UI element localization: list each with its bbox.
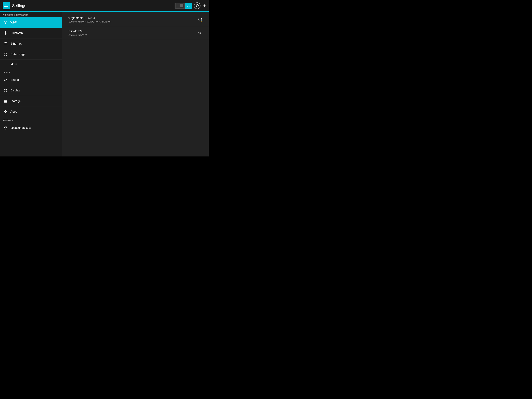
sidebar-item-more[interactable]: More... (0, 60, 62, 69)
sidebar-item-display[interactable]: Display (0, 85, 62, 96)
svg-rect-25 (4, 101, 7, 101)
section-device: DEVICE (0, 69, 62, 75)
svg-point-34 (200, 34, 200, 35)
sidebar-item-storage-label: Storage (10, 99, 21, 103)
page-title: Settings (12, 3, 175, 8)
sound-icon (3, 78, 8, 82)
ethernet-icon (3, 41, 8, 46)
section-wireless-networks: WIRELESS & NETWORKS (0, 12, 62, 17)
sidebar-item-sound-label: Sound (10, 78, 19, 82)
svg-rect-28 (6, 110, 7, 112)
sidebar-item-sound[interactable]: Sound (0, 75, 62, 85)
settings-app-icon (3, 2, 10, 9)
sidebar-item-more-label: More... (10, 63, 19, 66)
sidebar-item-apps-label: Apps (10, 110, 17, 114)
wifi-icon (3, 20, 8, 25)
svg-point-32 (200, 20, 200, 21)
wifi-security: Secured with WPA/WPA2 (WPS available) (69, 20, 197, 23)
svg-line-22 (6, 89, 6, 89)
section-personal: PERSONAL (0, 117, 62, 123)
main-layout: WIRELESS & NETWORKS Wi-Fi Blue (0, 12, 209, 157)
sidebar-item-wifi[interactable]: Wi-Fi (0, 17, 62, 28)
toggle-on-label: ON (185, 3, 192, 9)
wifi-network-item[interactable]: virginmedia3105004 Secured with WPA/WPA2… (62, 13, 209, 26)
header-actions: ON + (175, 2, 206, 9)
wifi-ssid: SKY47379 (69, 30, 197, 33)
sidebar-item-bluetooth-label: Bluetooth (10, 32, 23, 35)
wifi-network-list: virginmedia3105004 Secured with WPA/WPA2… (62, 12, 209, 41)
toggle-track (176, 3, 184, 8)
svg-text:🔒: 🔒 (201, 20, 202, 21)
svg-point-31 (5, 127, 6, 128)
sidebar-item-ethernet-label: Ethernet (10, 42, 21, 45)
sidebar-item-location-label: Location access (10, 126, 32, 130)
app-header: Settings ON + (0, 0, 209, 12)
refresh-button[interactable] (194, 2, 201, 9)
sidebar-item-storage[interactable]: Storage (0, 96, 62, 107)
svg-marker-14 (4, 79, 6, 81)
wifi-security: Secured with WPA (69, 34, 197, 36)
sidebar-item-data-usage-label: Data usage (10, 53, 25, 56)
svg-point-5 (5, 24, 6, 24)
sidebar-item-display-label: Display (10, 89, 20, 92)
bluetooth-icon (3, 31, 8, 35)
wifi-signal-icon: 🔒 (197, 18, 202, 21)
location-icon (3, 126, 8, 130)
wifi-ssid: virginmedia3105004 (69, 16, 197, 20)
storage-icon (3, 99, 8, 103)
svg-line-20 (4, 89, 5, 89)
content-area: virginmedia3105004 Secured with WPA/WPA2… (62, 12, 209, 157)
sidebar: WIRELESS & NETWORKS Wi-Fi Blue (0, 12, 62, 157)
wifi-network-info: SKY47379 Secured with WPA (69, 30, 197, 36)
sidebar-item-apps[interactable]: Apps (0, 107, 62, 117)
wifi-network-info: virginmedia3105004 Secured with WPA/WPA2… (69, 16, 197, 23)
wifi-signal-icon (197, 31, 202, 35)
svg-rect-30 (6, 112, 7, 113)
svg-rect-7 (4, 43, 7, 45)
sidebar-item-wifi-label: Wi-Fi (10, 21, 17, 24)
svg-rect-26 (4, 102, 7, 102)
svg-rect-24 (4, 100, 7, 101)
wifi-network-item[interactable]: SKY47379 Secured with WPA (62, 26, 209, 40)
apps-icon (3, 109, 8, 114)
svg-rect-29 (4, 112, 5, 113)
wifi-toggle[interactable]: ON (175, 3, 192, 9)
add-button[interactable]: + (203, 3, 206, 8)
sidebar-item-ethernet[interactable]: Ethernet (0, 38, 62, 49)
display-icon (3, 88, 8, 93)
svg-point-15 (5, 90, 6, 91)
sidebar-item-location[interactable]: Location access (0, 123, 62, 133)
sidebar-item-bluetooth[interactable]: Bluetooth (0, 28, 62, 38)
sidebar-item-data-usage[interactable]: Data usage (0, 49, 62, 60)
svg-line-13 (6, 53, 6, 54)
svg-rect-27 (4, 110, 5, 112)
data-usage-icon (3, 52, 8, 57)
